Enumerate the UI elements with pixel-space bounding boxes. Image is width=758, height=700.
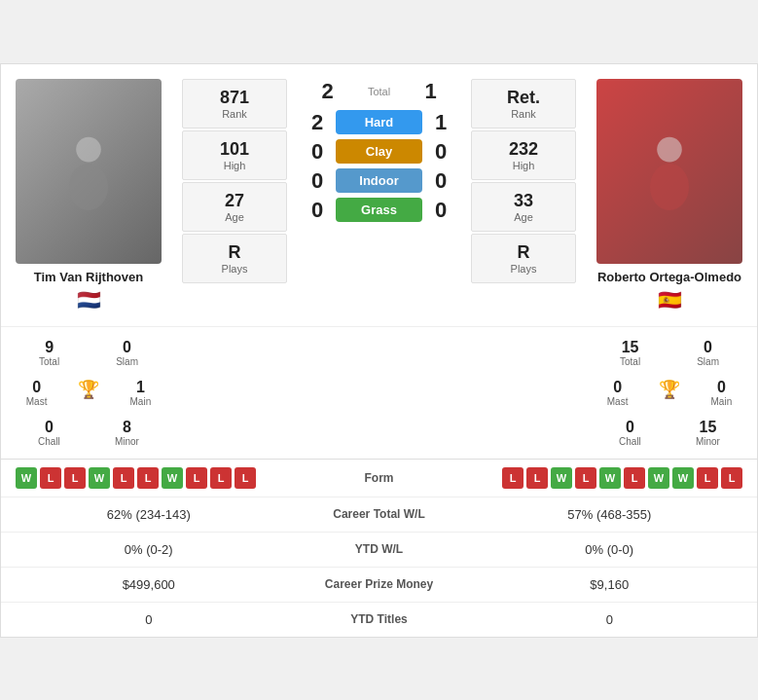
left-minor-stat: 8 Minor — [115, 419, 139, 447]
form-badges-right: LLWLWLWWLL — [438, 467, 743, 489]
indoor-surface-btn[interactable]: Indoor — [336, 168, 422, 193]
form-badge-left: L — [210, 467, 232, 489]
clay-score-left: 0 — [303, 139, 332, 165]
right-rank-label: Rank — [476, 108, 571, 120]
right-high-box: 232 High — [471, 130, 576, 180]
svg-point-1 — [69, 164, 108, 210]
left-stats-col: 871 Rank 101 High 27 Age R Plays — [176, 74, 293, 316]
right-career-row3: 0 Chall 15 Minor — [592, 415, 747, 451]
form-badge-left: L — [186, 467, 207, 489]
stats-right-val-1: 0% (0-0) — [477, 542, 743, 557]
left-high-box: 101 High — [182, 130, 287, 180]
right-age-box: 33 Age — [471, 182, 576, 232]
grass-score-left: 0 — [303, 198, 332, 223]
left-player-flag: 🇳🇱 — [77, 288, 101, 312]
form-badge-left: W — [89, 467, 110, 489]
left-player-photo — [16, 79, 162, 264]
form-badge-right: L — [624, 467, 645, 489]
form-badge-right: L — [526, 467, 548, 489]
left-high-value: 101 — [187, 139, 282, 160]
right-plays-label: Plays — [476, 263, 571, 275]
hard-score-right: 1 — [426, 110, 455, 135]
right-age-label: Age — [476, 211, 571, 223]
right-rank-value: Ret. — [476, 88, 571, 108]
center-col: 2 Total 1 2 Hard 1 0 Clay 0 0 Indoor 0 0 — [293, 74, 465, 316]
left-mast-stat: 0 Mast — [26, 379, 48, 407]
total-score-right: 1 — [416, 79, 446, 104]
right-career-row1: 15 Total 0 Slam — [592, 335, 747, 371]
left-plays-box: R Plays — [182, 234, 287, 283]
indoor-score-left: 0 — [303, 168, 332, 194]
right-career-row2: 0 Mast 🏆 0 Main — [592, 375, 747, 411]
indoor-score-right: 0 — [426, 168, 455, 194]
right-player-name: Roberto Ortega-Olmedo — [597, 270, 741, 284]
form-badge-right: L — [502, 467, 523, 489]
left-player-card: Tim Van Rijthoven 🇳🇱 — [1, 74, 176, 316]
form-badge-left: L — [113, 467, 134, 489]
clay-score-right: 0 — [426, 139, 455, 165]
stats-left-val-3: 0 — [16, 612, 282, 627]
right-slam-stat: 0 Slam — [697, 339, 719, 367]
stats-left-val-1: 0% (0-2) — [16, 542, 282, 557]
hard-score-left: 2 — [303, 110, 332, 135]
form-badge-right: W — [648, 467, 669, 489]
stats-center-label-3: YTD Titles — [282, 612, 477, 626]
grass-surface-btn[interactable]: Grass — [336, 198, 422, 222]
stats-row-3: 0 YTD Titles 0 — [1, 603, 757, 637]
form-badge-left: L — [64, 467, 86, 489]
total-label: Total — [350, 86, 409, 97]
left-chall-stat: 0 Chall — [38, 419, 60, 447]
clay-row: 0 Clay 0 — [303, 139, 455, 165]
stats-left-val-2: $499,600 — [16, 577, 282, 592]
hard-surface-btn[interactable]: Hard — [336, 110, 422, 134]
stats-center-label-1: YTD W/L — [282, 542, 477, 556]
right-chall-stat: 0 Chall — [619, 419, 641, 447]
stats-row-0: 62% (234-143) Career Total W/L 57% (468-… — [1, 497, 757, 533]
left-age-box: 27 Age — [182, 182, 287, 232]
form-badge-right: W — [672, 467, 694, 489]
form-badges-left: WLLWLLWLLL — [16, 467, 321, 489]
form-badge-left: W — [16, 467, 37, 489]
stats-right-val-2: $9,160 — [477, 577, 743, 592]
form-badge-left: W — [162, 467, 183, 489]
left-age-value: 27 — [187, 191, 282, 211]
stats-center-label-0: Career Total W/L — [282, 507, 477, 521]
indoor-row: 0 Indoor 0 — [303, 168, 455, 194]
left-career-row2: 0 Mast 🏆 1 Main — [11, 375, 166, 411]
form-label: Form — [321, 471, 438, 485]
right-player-card: Roberto Ortega-Olmedo 🇪🇸 — [582, 74, 757, 316]
form-badge-right: W — [599, 467, 621, 489]
total-score-row: 2 Total 1 — [313, 79, 446, 104]
clay-surface-btn[interactable]: Clay — [336, 139, 422, 164]
right-plays-value: R — [476, 242, 571, 263]
left-rank-value: 871 — [187, 88, 282, 108]
total-score-left: 2 — [313, 79, 343, 104]
right-age-value: 33 — [476, 191, 571, 211]
form-row: WLLWLLWLLL Form LLWLWLWWLL — [1, 460, 757, 497]
right-minor-stat: 15 Minor — [696, 419, 720, 447]
form-badge-left: L — [40, 467, 61, 489]
form-badge-right: L — [575, 467, 596, 489]
left-trophy-icon: 🏆 — [78, 379, 99, 407]
right-total-stat: 15 Total — [620, 339, 640, 367]
left-career-row1: 9 Total 0 Slam — [11, 335, 166, 371]
left-rank-box: 871 Rank — [182, 79, 287, 129]
svg-point-3 — [650, 164, 689, 210]
stats-row-1: 0% (0-2) YTD W/L 0% (0-0) — [1, 533, 757, 568]
form-badge-left: L — [235, 467, 256, 489]
right-plays-box: R Plays — [471, 234, 576, 283]
svg-point-0 — [76, 136, 101, 162]
bottom-section: WLLWLLWLLL Form LLWLWLWWLL 62% (234-143)… — [1, 459, 757, 637]
right-player-flag: 🇪🇸 — [658, 288, 682, 312]
stats-center-label-2: Career Prize Money — [282, 577, 477, 591]
left-slam-stat: 0 Slam — [116, 339, 138, 367]
right-trophy-icon: 🏆 — [659, 379, 680, 407]
right-high-value: 232 — [476, 139, 571, 160]
form-badge-left: L — [137, 467, 159, 489]
left-plays-value: R — [187, 242, 282, 263]
right-stats-col: Ret. Rank 232 High 33 Age R Plays — [465, 74, 582, 316]
left-rank-label: Rank — [187, 108, 282, 120]
left-total-stat: 9 Total — [39, 339, 59, 367]
form-badge-right: L — [697, 467, 718, 489]
grass-score-right: 0 — [426, 198, 455, 223]
